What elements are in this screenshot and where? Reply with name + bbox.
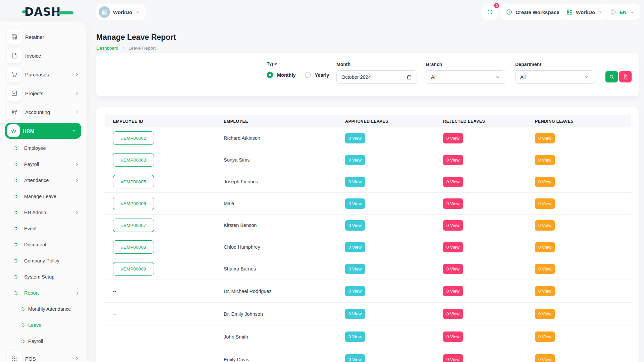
rejected-leaves-view-badge[interactable]: 0 View: [443, 354, 463, 362]
pending-leaves-view-badge[interactable]: 0 View: [535, 354, 555, 362]
employee-id-chip[interactable]: #EMP00002: [113, 131, 154, 145]
employee-id-chip[interactable]: #EMP00006: [113, 197, 154, 210]
pending-leaves-view-badge[interactable]: 0 View: [535, 242, 555, 252]
rejected-leaves-view-badge[interactable]: 0 View: [443, 198, 463, 209]
approved-leaves-view-badge[interactable]: 0 View: [345, 242, 365, 252]
col-employee-id: EMPLOYEE ID: [105, 115, 215, 127]
sidebar-item-retainer[interactable]: Retainer: [0, 27, 87, 46]
approved-leaves-view-badge[interactable]: 0 View: [345, 354, 365, 362]
employee-name: Maia: [224, 201, 234, 206]
language-selector[interactable]: EN: [604, 4, 640, 20]
rejected-leaves-view-badge[interactable]: 0 View: [443, 155, 463, 165]
workspace-selector[interactable]: WorkDo: [96, 4, 146, 20]
sidebar-item-pos[interactable]: POS: [0, 349, 87, 362]
sidebar-label: Retainer: [25, 34, 44, 40]
employee-id-chip[interactable]: #EMP00009: [113, 262, 154, 276]
table-row: -- Dr. Michael Rodriguez 0 View 0 View 0…: [105, 280, 631, 303]
sidebar-item-hr-admin[interactable]: HR Admin: [0, 204, 87, 221]
sidebar-label: Payroll: [28, 339, 43, 344]
sidebar-item-company-policy[interactable]: Company Policy: [0, 253, 87, 269]
sidebar-item-projects[interactable]: Projects: [0, 84, 87, 103]
yearly-radio-label[interactable]: Yearly: [315, 72, 329, 78]
sidebar-item-hrm[interactable]: HRM: [5, 123, 81, 139]
rejected-leaves-view-badge[interactable]: 0 View: [443, 133, 463, 143]
sidebar-label: Accounting: [25, 109, 50, 115]
employee-id-chip[interactable]: #EMP00003: [113, 153, 154, 167]
sidebar-item-event[interactable]: Event: [0, 221, 87, 237]
approved-leaves-view-badge[interactable]: 0 View: [345, 331, 365, 342]
breadcrumb-current: Leave Report: [128, 46, 156, 51]
reset-filter-button[interactable]: [619, 71, 632, 82]
approved-leaves-view-badge[interactable]: 0 View: [345, 133, 365, 143]
rejected-leaves-view-badge[interactable]: 0 View: [443, 331, 463, 342]
employee-id-chip[interactable]: #EMP00007: [113, 219, 154, 232]
bullet-icon: [20, 307, 25, 311]
chevron-down-icon: [135, 10, 140, 15]
globe-icon: [610, 9, 616, 15]
sidebar-item-monthly-attendance[interactable]: Monthly Attendance: [0, 301, 87, 317]
pending-leaves-view-badge[interactable]: 0 View: [535, 264, 555, 274]
workspace-name: WorkDo: [113, 9, 132, 15]
sidebar-item-payroll-report[interactable]: Payroll: [0, 333, 87, 349]
yearly-radio[interactable]: [305, 72, 311, 78]
employee-id-chip[interactable]: #EMP00005: [113, 175, 154, 188]
app-menu-button[interactable]: WorkDo: [561, 4, 608, 20]
approved-leaves-view-badge[interactable]: 0 View: [345, 264, 365, 274]
employee-id-chip[interactable]: --: [113, 289, 116, 294]
sidebar-label: Leave: [28, 322, 42, 328]
rejected-leaves-view-badge[interactable]: 0 View: [443, 220, 463, 231]
approved-leaves-view-badge[interactable]: 0 View: [345, 177, 365, 187]
department-select[interactable]: All: [515, 70, 594, 84]
employee-id-chip[interactable]: #EMP00008: [113, 240, 154, 254]
retainer-save-icon: [7, 29, 22, 45]
approved-leaves-view-badge[interactable]: 0 View: [345, 220, 365, 231]
sidebar-item-accounting[interactable]: Accounting: [0, 103, 87, 121]
sidebar-item-attendance[interactable]: Attendance: [0, 172, 87, 188]
approved-leaves-view-badge[interactable]: 0 View: [345, 198, 365, 209]
sidebar-item-payroll[interactable]: Payroll: [0, 156, 87, 172]
employee-id-chip[interactable]: --: [113, 334, 116, 340]
branch-value: All: [431, 74, 436, 80]
sidebar-item-system-setup[interactable]: System Setup: [0, 269, 87, 285]
employee-id-chip[interactable]: --: [113, 311, 116, 317]
pending-leaves-view-badge[interactable]: 0 View: [535, 198, 555, 209]
search-button[interactable]: [605, 71, 618, 82]
pending-leaves-view-badge[interactable]: 0 View: [535, 331, 555, 342]
table-row: #EMP00009 Shafira Barnes 0 View 0 View 0…: [105, 258, 631, 280]
dash-logo[interactable]: DASH: [22, 5, 73, 18]
sidebar-item-invoice[interactable]: Invoice: [0, 46, 87, 65]
sidebar-item-document[interactable]: Document: [0, 237, 87, 253]
pending-leaves-view-badge[interactable]: 0 View: [535, 220, 555, 231]
rejected-leaves-view-badge[interactable]: 0 View: [443, 264, 463, 274]
sidebar-item-purchases[interactable]: Purchases: [0, 65, 87, 84]
monthly-radio-label[interactable]: Monthly: [277, 72, 296, 78]
sidebar-item-report[interactable]: Report: [0, 285, 87, 301]
approved-leaves-view-badge[interactable]: 0 View: [345, 155, 365, 165]
month-input[interactable]: October 2024: [336, 70, 417, 84]
branch-select[interactable]: All: [426, 70, 505, 84]
create-workspace-button[interactable]: Create Workspace: [500, 4, 565, 20]
sidebar-item-manage-leave[interactable]: Manage Leave: [0, 188, 87, 204]
rejected-leaves-view-badge[interactable]: 0 View: [443, 242, 463, 252]
sidebar-label: Document: [24, 242, 46, 247]
approved-leaves-view-badge[interactable]: 0 View: [345, 286, 365, 296]
sidebar-item-leave-report[interactable]: Leave: [0, 317, 87, 333]
pending-leaves-view-badge[interactable]: 0 View: [535, 309, 555, 319]
breadcrumb-dashboard-link[interactable]: Dashboard: [96, 46, 118, 51]
approved-leaves-view-badge[interactable]: 0 View: [345, 309, 365, 319]
sidebar-item-employee[interactable]: Employee: [0, 140, 87, 156]
messages-button[interactable]: 0: [482, 4, 498, 20]
bullet-icon: [20, 339, 25, 344]
rejected-leaves-view-badge[interactable]: 0 View: [443, 286, 463, 296]
pending-leaves-view-badge[interactable]: 0 View: [535, 177, 555, 187]
rejected-leaves-view-badge[interactable]: 0 View: [443, 309, 463, 319]
pending-leaves-view-badge[interactable]: 0 View: [535, 133, 555, 143]
create-workspace-label: Create Workspace: [516, 9, 559, 15]
pending-leaves-view-badge[interactable]: 0 View: [535, 155, 555, 165]
monthly-radio[interactable]: [267, 72, 273, 78]
bullet-icon: [13, 291, 18, 295]
rejected-leaves-view-badge[interactable]: 0 View: [443, 177, 463, 187]
employee-id-chip[interactable]: --: [113, 357, 116, 362]
table-row: #EMP00006 Maia 0 View 0 View 0 View: [105, 193, 631, 215]
pending-leaves-view-badge[interactable]: 0 View: [535, 286, 555, 296]
